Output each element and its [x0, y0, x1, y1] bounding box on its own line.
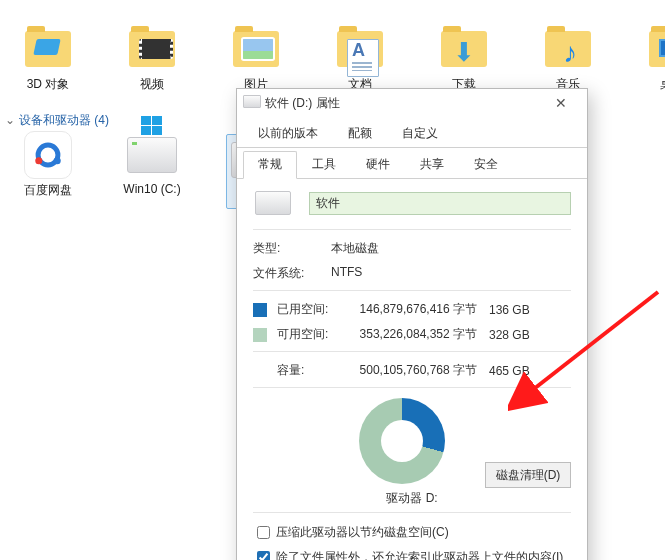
drive-icon	[127, 137, 177, 173]
drive-label: 驱动器 D:	[253, 490, 571, 507]
icon-label: 3D 对象	[27, 76, 70, 93]
folder-pictures[interactable]: 图片	[226, 28, 286, 93]
used-space-row: 已用空间: 146,879,676,416 字节 136 GB	[253, 301, 571, 318]
drive-icon	[255, 191, 291, 215]
capacity-human: 465 GB	[489, 364, 541, 378]
free-swatch-icon	[253, 328, 267, 342]
tab-row-top: 以前的版本 配额 自定义	[237, 119, 587, 148]
index-checkbox[interactable]	[257, 551, 270, 560]
index-label: 除了文件属性外，还允许索引此驱动器上文件的内容(I)	[276, 549, 563, 560]
free-human: 328 GB	[489, 328, 541, 342]
capacity-label: 容量:	[277, 362, 337, 379]
tab-previous-versions[interactable]: 以前的版本	[243, 120, 333, 148]
tab-customize[interactable]: 自定义	[387, 120, 453, 148]
windows-icon	[141, 116, 163, 136]
close-icon: ✕	[555, 95, 567, 111]
disk-cleanup-label: 磁盘清理(D)	[496, 467, 561, 484]
dialog-titlebar[interactable]: 软件 (D:) 属性 ✕	[237, 89, 587, 117]
folder-documents[interactable]: 文档	[330, 28, 390, 93]
type-value: 本地磁盘	[331, 240, 379, 257]
icon-label: 视频	[140, 76, 164, 93]
compress-checkbox-row[interactable]: 压缩此驱动器以节约磁盘空间(C)	[253, 523, 571, 542]
icon-label: 桌面	[660, 76, 665, 93]
folder-music[interactable]: ♪ 音乐	[538, 28, 598, 93]
section-devices-drives[interactable]: ⌄设备和驱动器 (4)	[0, 112, 109, 129]
folder-downloads[interactable]: ⬇ 下载	[434, 28, 494, 93]
free-space-row: 可用空间: 353,226,084,352 字节 328 GB	[253, 326, 571, 343]
close-button[interactable]: ✕	[541, 92, 581, 114]
free-label: 可用空间:	[277, 326, 337, 343]
folder-3d-objects[interactable]: 3D 对象	[18, 28, 78, 93]
folder-desktop[interactable]: 桌面	[642, 28, 665, 93]
disk-cleanup-button[interactable]: 磁盘清理(D)	[485, 462, 571, 488]
compress-checkbox[interactable]	[257, 526, 270, 539]
tab-quota[interactable]: 配额	[333, 120, 387, 148]
drive-icon	[243, 95, 259, 111]
drive-c[interactable]: Win10 (C:)	[122, 134, 182, 209]
used-label: 已用空间:	[277, 301, 337, 318]
volume-name-input[interactable]	[309, 192, 571, 215]
used-human: 136 GB	[489, 303, 541, 317]
baidu-icon	[24, 131, 72, 179]
icon-label: Win10 (C:)	[123, 182, 180, 196]
tab-hardware[interactable]: 硬件	[351, 151, 405, 179]
compress-label: 压缩此驱动器以节约磁盘空间(C)	[276, 524, 449, 541]
chevron-down-icon: ⌄	[5, 113, 15, 127]
properties-dialog: 软件 (D:) 属性 ✕ 以前的版本 配额 自定义 常规 工具 硬件 共享 安全…	[236, 88, 588, 560]
index-checkbox-row[interactable]: 除了文件属性外，还允许索引此驱动器上文件的内容(I)	[253, 548, 571, 560]
svg-point-2	[54, 157, 61, 164]
folder-videos[interactable]: 视频	[122, 28, 182, 93]
dialog-title: 软件 (D:) 属性	[265, 95, 541, 112]
used-swatch-icon	[253, 303, 267, 317]
filesystem-label: 文件系统:	[253, 265, 331, 282]
usage-pie-chart	[359, 398, 445, 484]
used-bytes: 146,879,676,416 字节	[337, 301, 489, 318]
tab-row-bottom: 常规 工具 硬件 共享 安全	[237, 150, 587, 179]
drive-baidu[interactable]: 百度网盘	[18, 134, 78, 209]
filesystem-value: NTFS	[331, 265, 362, 282]
tab-general[interactable]: 常规	[243, 151, 297, 179]
tab-tools[interactable]: 工具	[297, 151, 351, 179]
section-header-text: 设备和驱动器 (4)	[19, 113, 109, 127]
free-bytes: 353,226,084,352 字节	[337, 326, 489, 343]
type-label: 类型:	[253, 240, 331, 257]
capacity-bytes: 500,105,760,768 字节	[337, 362, 489, 379]
svg-point-1	[35, 157, 42, 164]
tab-sharing[interactable]: 共享	[405, 151, 459, 179]
icon-label: 百度网盘	[24, 182, 72, 199]
capacity-row: 容量: 500,105,760,768 字节 465 GB	[253, 362, 571, 379]
tab-security[interactable]: 安全	[459, 151, 513, 179]
